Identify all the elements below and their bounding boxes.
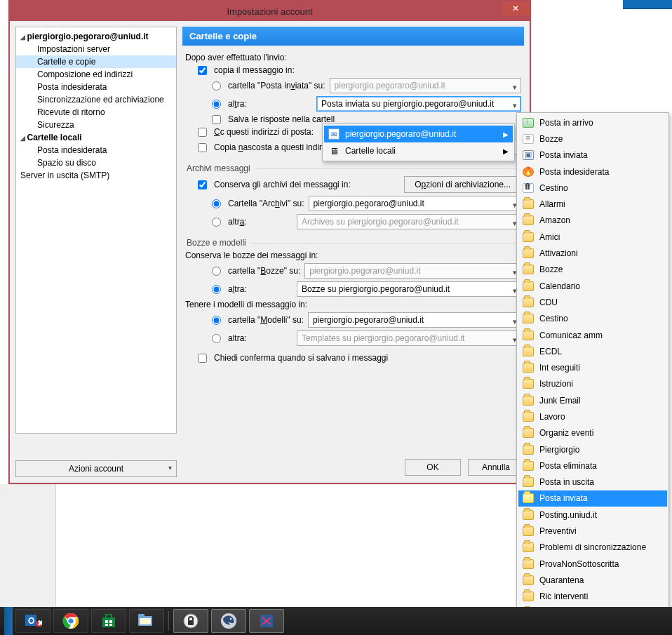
taskbar-chrome[interactable] [53,609,88,633]
bcc-checkbox[interactable] [198,143,207,152]
folder-menu-item[interactable]: Calendario [518,278,667,294]
taskbar-thunderbird[interactable] [211,609,246,633]
folder-menu-item[interactable]: Problemi di sincronizzazione [518,540,667,556]
folder-menu-item[interactable]: ProvaNonSottoscritta [518,556,667,572]
save-replies-label[interactable]: Salva le risposte nella cartell [228,114,335,124]
folder-menu-item[interactable]: Piergiorgio [518,441,667,457]
templates-folder-on-radio[interactable] [212,316,221,325]
titlebar[interactable]: Impostazioni account ✕ [10,1,530,21]
folder-menu-item[interactable]: Cestino [518,180,667,196]
templates-other-select[interactable]: Templates su piergiorgio.pegoraro@uniud.… [297,330,521,346]
tree-item[interactable]: Sincronizzazione ed archiviazione [16,93,176,106]
sent-folder-on-label[interactable]: cartella "Posta inviata" su: [228,81,325,91]
folder-menu-item[interactable]: Posta in uscita [518,474,667,490]
folder-menu-item[interactable]: Posta inviata [518,490,667,507]
archive-keep-label[interactable]: Conserva gli archivi dei messaggi in: [214,180,351,189]
context-menu-item[interactable]: Cartelle locali▶ [324,142,513,159]
tree-item[interactable]: Cartelle e copie [16,55,176,68]
ask-confirm-label[interactable]: Chiedi conferma quando si salvano i mess… [214,353,388,363]
tree-item[interactable]: Posta indesiderata [16,81,176,93]
sent-other-label[interactable]: altra: [228,99,247,109]
archive-other-radio[interactable] [212,218,221,227]
archive-account-select[interactable]: piergiorgio.pegoraro@uniud.it [309,196,521,211]
folder-menu-item[interactable]: Amazon [518,213,667,229]
folder-menu-item[interactable]: Int eseguiti [518,359,667,375]
folder-menu-item[interactable]: Junk Email [518,392,667,408]
sent-folder-account-select[interactable]: piergiorgio.pegoraro@uniud.it [330,78,521,93]
dialog-buttons: OK Annulla [182,453,524,477]
archive-other-label[interactable]: altra: [228,217,247,227]
folder-menu-item[interactable]: Preventivi [518,523,667,539]
folder-menu-item[interactable]: Posting.uniud.it [518,507,667,523]
folder-menu-item[interactable]: ECDL [518,343,667,359]
sent-other-select[interactable]: Posta inviata su piergiorgio.pegoraro@un… [316,96,521,112]
drafts-account-select[interactable]: piergiorgio.pegoraro@uniud.it [304,263,521,279]
taskbar-store[interactable] [91,609,126,633]
copy-message-checkbox[interactable] [198,66,207,75]
folder-menu-item[interactable]: Posta eliminata [518,457,667,474]
tree-item[interactable]: Impostazioni server [16,43,176,55]
archive-options-button[interactable]: Opzioni di archiviazione... [404,176,521,193]
folder-source-menu[interactable]: piergiorgio.pegoraro@uniud.it▶Cartelle l… [322,123,515,161]
archive-other-select[interactable]: Archives su piergiorgio.pegoraro@uniud.i… [297,214,521,229]
folder-menu-item[interactable]: Bozze [518,131,667,147]
taskbar-keepass[interactable] [173,609,208,633]
taskbar-outlook[interactable]: O✖ [15,609,51,633]
cc-checkbox[interactable] [198,128,207,137]
cc-label[interactable]: Cc questi indirizzi di posta: [214,127,314,137]
folder-menu-item[interactable]: Amici [518,229,667,245]
cancel-button[interactable]: Annulla [468,459,524,476]
folder-menu-item[interactable]: Bozze [518,262,667,278]
folder-menu-item[interactable]: Comunicaz amm [518,327,667,343]
folder-menu-item[interactable]: Posta in arrivo [518,114,667,131]
templates-other-radio[interactable] [212,334,221,343]
sent-folder-on-radio[interactable] [212,81,221,91]
archive-keep-checkbox[interactable] [198,180,207,189]
tree-item[interactable]: Server in uscita (SMTP) [16,169,176,182]
folder-menu-item[interactable]: Allarmi [518,196,667,212]
sent-folder-account-value: piergiorgio.pegoraro@uniud.it [335,81,445,91]
archive-folder-on-radio[interactable] [212,199,221,208]
templates-account-select[interactable]: piergiorgio.pegoraro@uniud.it [308,312,521,328]
account-actions-button[interactable]: Azioni account ▾ [15,460,177,477]
taskbar[interactable]: O✖ [0,607,672,635]
start-button[interactable] [4,607,13,635]
folder-menu-item[interactable]: Istruzioni [518,376,667,392]
drafts-other-radio[interactable] [212,285,221,294]
close-button[interactable]: ✕ [502,1,530,15]
taskbar-app[interactable] [249,609,284,633]
tree-item[interactable]: Spazio su disco [16,156,176,169]
folder-menu-item[interactable]: Cestino [518,311,667,327]
folder-menu-item[interactable]: Posta indesiderata [518,163,667,180]
templates-folder-on-label[interactable]: cartella "Modelli" su: [228,315,304,325]
drafts-folder-on-label[interactable]: cartella "Bozze" su: [228,266,300,276]
tree-item[interactable]: Sicurezza [16,119,176,131]
tree-item[interactable]: Posta indesiderata [16,144,176,156]
folder-menu-item[interactable]: Quarantena [518,572,667,588]
folder-menu-item[interactable]: Posta inviata [518,147,667,163]
tree-item[interactable]: Ricevute di ritorno [16,106,176,119]
ask-confirm-checkbox[interactable] [198,354,207,363]
tree-item[interactable]: piergiorgio.pegoraro@uniud.it [16,30,176,43]
sent-other-radio[interactable] [212,100,221,109]
tree-item[interactable]: Cartelle locali [16,131,176,144]
ok-button[interactable]: OK [405,459,461,476]
context-menu-item[interactable]: piergiorgio.pegoraro@uniud.it▶ [324,126,513,142]
copy-message-label[interactable]: copia il messaggio in: [214,65,295,75]
folder-menu-item[interactable]: Attivazioni [518,245,667,261]
tree-item[interactable]: Composizione ed indirizzi [16,68,176,81]
save-replies-checkbox[interactable] [212,115,221,124]
folders-submenu[interactable]: Posta in arrivoBozzePosta inviataPosta i… [516,112,669,623]
templates-other-label[interactable]: altra: [228,333,247,343]
drafts-other-select[interactable]: Bozze su piergiorgio.pegoraro@uniud.it [297,281,521,297]
folder-menu-item[interactable]: Lavoro [518,408,667,425]
accounts-tree[interactable]: piergiorgio.pegoraro@uniud.itImpostazion… [15,27,177,434]
folder-menu-item[interactable]: CDU [518,294,667,310]
archive-folder-on-label[interactable]: Cartella "Archivi" su: [228,199,304,208]
folder-menu-item[interactable]: Ric interventi [518,589,667,605]
drafts-other-label[interactable]: altra: [228,284,247,294]
drafts-folder-on-radio[interactable] [212,267,221,276]
folder-menu-item[interactable]: Organiz eventi [518,425,667,441]
drafts-keep-label: Conserva le bozze dei messaggi in: [185,250,521,260]
taskbar-explorer[interactable] [129,609,164,633]
